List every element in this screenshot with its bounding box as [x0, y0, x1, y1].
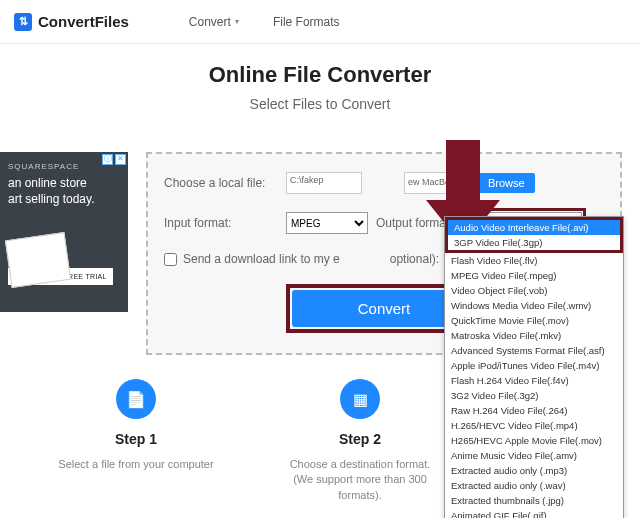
dropdown-item[interactable]: Extracted audio only (.wav) — [445, 478, 623, 493]
choose-file-label: Choose a local file: — [164, 176, 286, 190]
step-2-desc: Choose a destination format. (We support… — [280, 457, 440, 503]
dropdown-item[interactable]: H.265/HEVC Video File(.mp4) — [445, 418, 623, 433]
email-link-label-1: Send a download link to my e — [183, 252, 340, 266]
dropdown-item[interactable]: Flash H.264 Video File(.f4v) — [445, 373, 623, 388]
main: ⓘ ✕ SQUARESPACE an online store art sell… — [0, 152, 640, 355]
step-1: 📄 Step 1 Select a file from your compute… — [56, 379, 216, 503]
header: ⇅ ConvertFiles Convert ▾ File Formats — [0, 0, 640, 44]
logo[interactable]: ⇅ ConvertFiles — [14, 13, 129, 31]
page-subtitle: Select Files to Convert — [0, 96, 640, 112]
dropdown-item[interactable]: Video Object File(.vob) — [445, 283, 623, 298]
file-icon: 📄 — [116, 379, 156, 419]
dropdown-item[interactable]: Windows Media Video File(.wmv) — [445, 298, 623, 313]
brand-name: ConvertFiles — [38, 13, 129, 30]
ad-info-icon[interactable]: ⓘ — [102, 154, 113, 165]
dropdown-item[interactable]: Matroska Video File(.mkv) — [445, 328, 623, 343]
dropdown-item[interactable]: H265/HEVC Apple Movie File(.mov) — [445, 433, 623, 448]
dropdown-item[interactable]: Flash Video File(.flv) — [445, 253, 623, 268]
email-link-checkbox[interactable] — [164, 253, 177, 266]
output-format-dropdown[interactable]: Audio Video Interleave File(.avi) 3GP Vi… — [444, 216, 624, 518]
sidebar-ad[interactable]: ⓘ ✕ SQUARESPACE an online store art sell… — [0, 152, 128, 312]
top-nav: Convert ▾ File Formats — [189, 15, 340, 29]
dropdown-item[interactable]: Apple iPod/iTunes Video File(.m4v) — [445, 358, 623, 373]
logo-icon: ⇅ — [14, 13, 32, 31]
file-path-input[interactable]: C:\fakep — [286, 172, 362, 194]
dropdown-highlight-group: Audio Video Interleave File(.avi) 3GP Vi… — [445, 217, 623, 253]
nav-file-formats[interactable]: File Formats — [273, 15, 340, 29]
dropdown-item[interactable]: Extracted thumbnails (.jpg) — [445, 493, 623, 508]
nav-convert-label: Convert — [189, 15, 231, 29]
dropdown-item[interactable]: Extracted audio only (.mp3) — [445, 463, 623, 478]
browse-button[interactable]: Browse — [478, 173, 535, 193]
step-2-title: Step 2 — [280, 431, 440, 447]
dropdown-item[interactable]: Anime Music Video File(.amv) — [445, 448, 623, 463]
step-2: ▦ Step 2 Choose a destination format. (W… — [280, 379, 440, 503]
dropdown-item[interactable]: MPEG Video File(.mpeg) — [445, 268, 623, 283]
ad-headline-1: an online store — [8, 176, 120, 192]
nav-convert[interactable]: Convert ▾ — [189, 15, 239, 29]
dropdown-item[interactable]: 3GP Video File(.3gp) — [448, 235, 620, 250]
input-format-label: Input format: — [164, 216, 286, 230]
step-1-title: Step 1 — [56, 431, 216, 447]
dropdown-item[interactable]: 3G2 Video File(.3g2) — [445, 388, 623, 403]
ad-headline-2: art selling today. — [8, 192, 120, 208]
page-title: Online File Converter — [0, 62, 640, 88]
grid-icon: ▦ — [340, 379, 380, 419]
dropdown-item[interactable]: Animated GIF File(.gif) — [445, 508, 623, 518]
input-format-select[interactable]: MPEG — [286, 212, 368, 234]
ad-close-icon[interactable]: ✕ — [115, 154, 126, 165]
ad-image — [5, 232, 71, 288]
file-name-fragment: ew MacBook — [404, 172, 472, 194]
dropdown-item[interactable]: QuickTime Movie File(.mov) — [445, 313, 623, 328]
output-format-label: Output format: — [376, 216, 453, 230]
converter-panel: Choose a local file: C:\fakep ew MacBook… — [146, 152, 622, 355]
row-choose-file: Choose a local file: C:\fakep ew MacBook… — [164, 172, 604, 194]
step-1-desc: Select a file from your computer — [56, 457, 216, 472]
dropdown-item-selected[interactable]: Audio Video Interleave File(.avi) — [448, 220, 620, 235]
email-link-label-2: optional): — [390, 252, 439, 266]
dropdown-item[interactable]: Advanced Systems Format File(.asf) — [445, 343, 623, 358]
ad-controls: ⓘ ✕ — [102, 154, 126, 165]
hero: Online File Converter Select Files to Co… — [0, 62, 640, 112]
chevron-down-icon: ▾ — [235, 17, 239, 26]
dropdown-item[interactable]: Raw H.264 Video File(.264) — [445, 403, 623, 418]
